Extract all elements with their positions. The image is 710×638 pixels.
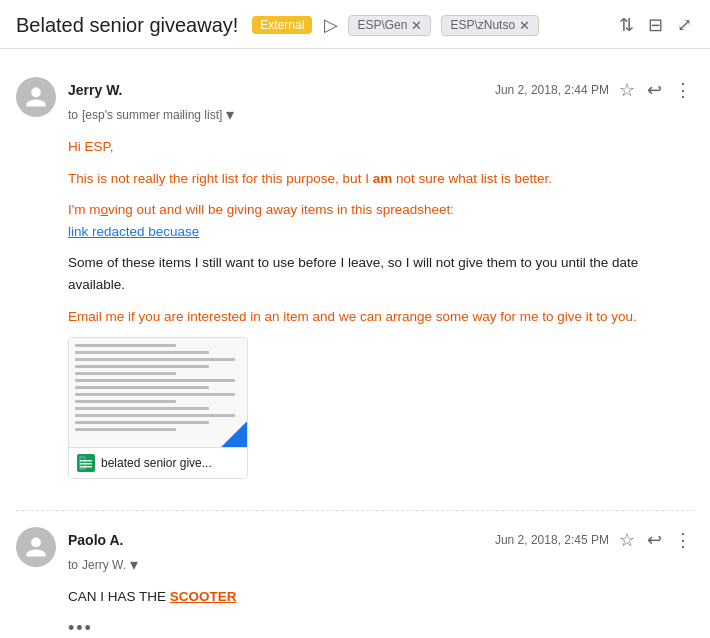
svg-rect-1 [80, 460, 92, 462]
message-1: Jerry W. Jun 2, 2018, 2:44 PM ☆ ↩ ⋮ to [… [16, 65, 694, 511]
message-2-body: CAN I HAS THE SCOOTER [68, 586, 694, 608]
sender-avatar-1 [16, 77, 56, 117]
reply-icon-2[interactable]: ↩ [645, 527, 664, 553]
thumb-line-7 [75, 386, 209, 389]
attachment-thumb[interactable]: belated senior give... [68, 337, 248, 479]
sender-avatar-2 [16, 527, 56, 567]
body-pre: CAN I HAS THE [68, 589, 170, 604]
para2: I'm moving out and will be giving away i… [68, 199, 694, 242]
thumb-line-1 [75, 344, 176, 347]
message-container: Jerry W. Jun 2, 2018, 2:44 PM ☆ ↩ ⋮ to [… [0, 49, 710, 638]
tag-esp-znutso: ESP\zNutso ✕ [441, 15, 539, 36]
tag-external: External [252, 16, 312, 34]
sheets-icon [77, 454, 95, 472]
sort-icon[interactable]: ⇅ [617, 12, 636, 38]
para1: This is not really the right list for th… [68, 168, 694, 190]
tag-esp-gen-close[interactable]: ✕ [411, 18, 422, 33]
attachment-filename: belated senior give... [101, 456, 212, 470]
para1-bold: am [373, 171, 393, 186]
message-1-info: Jerry W. Jun 2, 2018, 2:44 PM ☆ ↩ ⋮ to [… [68, 77, 694, 124]
person-icon-2 [24, 535, 48, 559]
message-2-text: CAN I HAS THE SCOOTER [68, 586, 694, 608]
email-subject: Belated senior giveaway! [16, 14, 238, 37]
sender-row-1: Jerry W. Jun 2, 2018, 2:44 PM ☆ ↩ ⋮ [68, 77, 694, 103]
chevron-icon-2[interactable]: ▾ [130, 555, 138, 574]
thumb-line-3 [75, 358, 235, 361]
star-icon-1[interactable]: ☆ [617, 77, 637, 103]
svg-rect-2 [80, 463, 92, 465]
expand-icon[interactable]: ⤢ [675, 12, 694, 38]
thumb-line-10 [75, 407, 209, 410]
thumb-line-5 [75, 372, 176, 375]
body-highlight: SCOOTER [170, 589, 237, 604]
attachment-label: belated senior give... [69, 448, 247, 478]
message-2: Paolo A. Jun 2, 2018, 2:45 PM ☆ ↩ ⋮ to J… [16, 511, 694, 638]
star-icon-2[interactable]: ☆ [617, 527, 637, 553]
para4: Email me if you are interested in an ite… [68, 306, 694, 328]
link-redacted[interactable]: link redacted becuase [68, 224, 199, 239]
print-icon[interactable]: ⊟ [646, 12, 665, 38]
chevron-icon-1[interactable]: ▾ [226, 105, 234, 124]
tag-esp-gen: ESP\Gen ✕ [348, 15, 431, 36]
more-icon-2[interactable]: ⋮ [672, 527, 694, 553]
message-2-date: Jun 2, 2018, 2:45 PM [495, 533, 609, 547]
thumb-line-11 [75, 414, 235, 417]
para1-pre: This is not really the right list for th… [68, 171, 373, 186]
thumb-line-13 [75, 428, 176, 431]
attachment-area: belated senior give... [68, 337, 694, 482]
para3: Some of these items I still want to use … [68, 252, 694, 295]
sender-row-2: Paolo A. Jun 2, 2018, 2:45 PM ☆ ↩ ⋮ [68, 527, 694, 553]
ellipsis-dots[interactable]: ••• [68, 618, 694, 638]
reply-icon-1[interactable]: ↩ [645, 77, 664, 103]
para2-text: I'm moving out and will be giving away i… [68, 202, 454, 217]
thumb-lines [75, 344, 243, 435]
sender-name-1: Jerry W. [68, 82, 122, 98]
to-line-1: to [esp's summer mailing list] ▾ [68, 105, 694, 124]
thumb-line-6 [75, 379, 235, 382]
svg-rect-3 [80, 466, 92, 468]
person-icon-1 [24, 85, 48, 109]
message-1-date-row: Jun 2, 2018, 2:44 PM ☆ ↩ ⋮ [495, 77, 694, 103]
email-header: Belated senior giveaway! External ▷ ESP\… [0, 0, 710, 49]
to-line-2: to Jerry W. ▾ [68, 555, 694, 574]
greeting: Hi ESP, [68, 136, 694, 158]
tag-esp-znutso-close[interactable]: ✕ [519, 18, 530, 33]
para2-underline: o [101, 202, 109, 217]
thumb-line-8 [75, 393, 235, 396]
message-1-top: Jerry W. Jun 2, 2018, 2:44 PM ☆ ↩ ⋮ to [… [16, 77, 694, 124]
thumb-line-2 [75, 351, 209, 354]
message-2-top: Paolo A. Jun 2, 2018, 2:45 PM ☆ ↩ ⋮ to J… [16, 527, 694, 574]
to-label-1: to [68, 108, 78, 122]
thumb-preview [69, 338, 248, 448]
sender-name-2: Paolo A. [68, 532, 124, 548]
message-1-date: Jun 2, 2018, 2:44 PM [495, 83, 609, 97]
thumb-line-4 [75, 365, 209, 368]
header-icons: ⇅ ⊟ ⤢ [617, 12, 694, 38]
to-list-1[interactable]: [esp's summer mailing list] [82, 108, 222, 122]
to-recipient-2[interactable]: Jerry W. [82, 558, 126, 572]
message-2-date-row: Jun 2, 2018, 2:45 PM ☆ ↩ ⋮ [495, 527, 694, 553]
para1-post: not sure what list is better. [392, 171, 552, 186]
message-2-info: Paolo A. Jun 2, 2018, 2:45 PM ☆ ↩ ⋮ to J… [68, 527, 694, 574]
thumb-line-12 [75, 421, 209, 424]
more-icon-1[interactable]: ⋮ [672, 77, 694, 103]
thumb-line-9 [75, 400, 176, 403]
message-1-body: Hi ESP, This is not really the right lis… [68, 136, 694, 327]
forward-icon[interactable]: ▷ [322, 12, 340, 38]
to-label-2: to [68, 558, 78, 572]
